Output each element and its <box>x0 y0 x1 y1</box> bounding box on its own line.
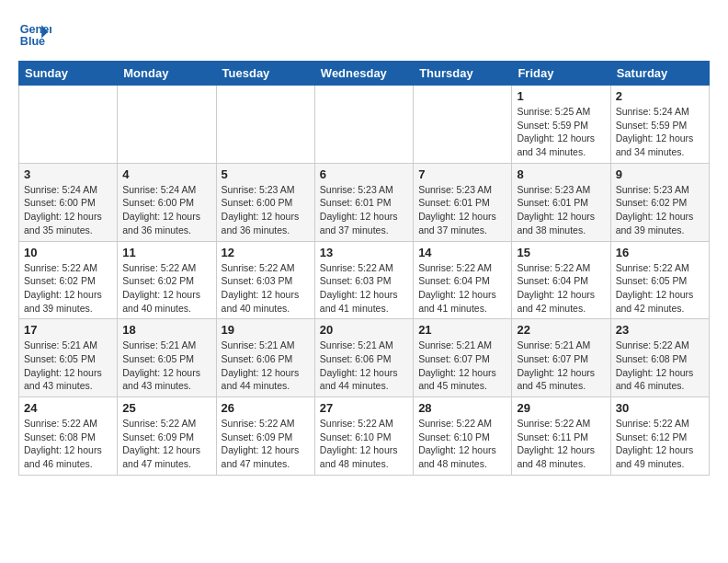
day-cell: 2Sunrise: 5:24 AM Sunset: 5:59 PM Daylig… <box>610 86 709 164</box>
day-info: Sunrise: 5:22 AM Sunset: 6:12 PM Dayligh… <box>616 417 704 471</box>
weekday-header-friday: Friday <box>512 62 610 86</box>
day-cell: 20Sunrise: 5:21 AM Sunset: 6:06 PM Dayli… <box>314 319 413 397</box>
day-cell: 18Sunrise: 5:21 AM Sunset: 6:05 PM Dayli… <box>118 319 216 397</box>
day-number: 29 <box>517 401 605 415</box>
day-info: Sunrise: 5:21 AM Sunset: 6:05 PM Dayligh… <box>24 339 112 393</box>
day-number: 8 <box>517 167 605 181</box>
day-cell: 7Sunrise: 5:23 AM Sunset: 6:01 PM Daylig… <box>414 163 512 241</box>
day-cell: 9Sunrise: 5:23 AM Sunset: 6:02 PM Daylig… <box>610 163 709 241</box>
day-info: Sunrise: 5:24 AM Sunset: 5:59 PM Dayligh… <box>616 105 704 159</box>
day-cell: 23Sunrise: 5:22 AM Sunset: 6:08 PM Dayli… <box>610 319 709 397</box>
day-info: Sunrise: 5:22 AM Sunset: 6:08 PM Dayligh… <box>24 417 112 471</box>
week-row-4: 17Sunrise: 5:21 AM Sunset: 6:05 PM Dayli… <box>19 319 710 397</box>
day-info: Sunrise: 5:22 AM Sunset: 6:02 PM Dayligh… <box>24 261 112 316</box>
day-number: 22 <box>517 323 605 337</box>
day-cell: 8Sunrise: 5:23 AM Sunset: 6:01 PM Daylig… <box>512 163 610 241</box>
day-info: Sunrise: 5:23 AM Sunset: 6:01 PM Dayligh… <box>418 183 506 237</box>
day-number: 1 <box>517 89 605 103</box>
day-info: Sunrise: 5:21 AM Sunset: 6:07 PM Dayligh… <box>517 339 605 393</box>
day-cell: 11Sunrise: 5:22 AM Sunset: 6:02 PM Dayli… <box>118 241 216 319</box>
week-row-2: 3Sunrise: 5:24 AM Sunset: 6:00 PM Daylig… <box>19 163 710 241</box>
day-cell: 3Sunrise: 5:24 AM Sunset: 6:00 PM Daylig… <box>19 163 118 241</box>
day-number: 28 <box>418 401 506 415</box>
day-info: Sunrise: 5:24 AM Sunset: 6:00 PM Dayligh… <box>24 183 112 237</box>
day-info: Sunrise: 5:22 AM Sunset: 6:02 PM Dayligh… <box>122 261 210 316</box>
day-cell: 13Sunrise: 5:22 AM Sunset: 6:03 PM Dayli… <box>314 241 413 319</box>
day-info: Sunrise: 5:22 AM Sunset: 6:09 PM Dayligh… <box>222 417 310 471</box>
weekday-header-row: SundayMondayTuesdayWednesdayThursdayFrid… <box>19 62 710 86</box>
header: General Blue <box>18 18 710 52</box>
day-number: 9 <box>616 167 704 181</box>
day-info: Sunrise: 5:23 AM Sunset: 6:02 PM Dayligh… <box>616 183 704 237</box>
day-number: 30 <box>616 401 704 415</box>
weekday-header-saturday: Saturday <box>610 62 709 86</box>
day-number: 23 <box>616 323 704 337</box>
day-info: Sunrise: 5:23 AM Sunset: 6:00 PM Dayligh… <box>222 183 310 237</box>
day-info: Sunrise: 5:22 AM Sunset: 6:09 PM Dayligh… <box>122 417 210 471</box>
day-info: Sunrise: 5:22 AM Sunset: 6:03 PM Dayligh… <box>222 261 310 316</box>
day-number: 2 <box>616 89 704 103</box>
day-number: 12 <box>222 246 310 259</box>
week-row-5: 24Sunrise: 5:22 AM Sunset: 6:08 PM Dayli… <box>19 397 710 476</box>
day-number: 11 <box>122 246 210 259</box>
day-info: Sunrise: 5:22 AM Sunset: 6:10 PM Dayligh… <box>418 417 506 471</box>
day-number: 10 <box>24 246 112 259</box>
day-number: 13 <box>320 246 408 259</box>
day-cell: 30Sunrise: 5:22 AM Sunset: 6:12 PM Dayli… <box>610 397 709 476</box>
day-number: 16 <box>616 246 704 259</box>
day-info: Sunrise: 5:22 AM Sunset: 6:04 PM Dayligh… <box>418 261 506 316</box>
day-number: 21 <box>418 323 506 337</box>
svg-text:Blue: Blue <box>20 35 45 48</box>
day-number: 18 <box>122 323 210 337</box>
day-cell <box>19 86 118 164</box>
day-cell <box>118 86 216 164</box>
day-info: Sunrise: 5:22 AM Sunset: 6:04 PM Dayligh… <box>517 261 605 316</box>
day-number: 17 <box>24 323 112 337</box>
day-number: 7 <box>418 167 506 181</box>
day-info: Sunrise: 5:25 AM Sunset: 5:59 PM Dayligh… <box>517 105 605 159</box>
day-info: Sunrise: 5:24 AM Sunset: 6:00 PM Dayligh… <box>122 183 210 237</box>
day-cell: 17Sunrise: 5:21 AM Sunset: 6:05 PM Dayli… <box>19 319 118 397</box>
day-cell: 10Sunrise: 5:22 AM Sunset: 6:02 PM Dayli… <box>19 241 118 319</box>
day-cell: 22Sunrise: 5:21 AM Sunset: 6:07 PM Dayli… <box>512 319 610 397</box>
day-cell: 4Sunrise: 5:24 AM Sunset: 6:00 PM Daylig… <box>118 163 216 241</box>
day-number: 14 <box>418 246 506 259</box>
day-number: 24 <box>24 401 112 415</box>
day-cell: 29Sunrise: 5:22 AM Sunset: 6:11 PM Dayli… <box>512 397 610 476</box>
weekday-header-thursday: Thursday <box>414 62 512 86</box>
weekday-header-sunday: Sunday <box>19 62 118 86</box>
day-info: Sunrise: 5:22 AM Sunset: 6:05 PM Dayligh… <box>616 261 704 316</box>
day-cell: 26Sunrise: 5:22 AM Sunset: 6:09 PM Dayli… <box>216 397 314 476</box>
week-row-1: 1Sunrise: 5:25 AM Sunset: 5:59 PM Daylig… <box>19 86 710 164</box>
day-number: 25 <box>122 401 210 415</box>
day-cell: 24Sunrise: 5:22 AM Sunset: 6:08 PM Dayli… <box>19 397 118 476</box>
day-cell: 16Sunrise: 5:22 AM Sunset: 6:05 PM Dayli… <box>610 241 709 319</box>
logo-icon: General Blue <box>18 18 51 52</box>
day-info: Sunrise: 5:23 AM Sunset: 6:01 PM Dayligh… <box>517 183 605 237</box>
day-cell: 12Sunrise: 5:22 AM Sunset: 6:03 PM Dayli… <box>216 241 314 319</box>
logo: General Blue <box>18 18 51 52</box>
day-info: Sunrise: 5:21 AM Sunset: 6:05 PM Dayligh… <box>122 339 210 393</box>
day-cell: 25Sunrise: 5:22 AM Sunset: 6:09 PM Dayli… <box>118 397 216 476</box>
day-number: 15 <box>517 246 605 259</box>
day-info: Sunrise: 5:22 AM Sunset: 6:11 PM Dayligh… <box>517 417 605 471</box>
weekday-header-wednesday: Wednesday <box>314 62 413 86</box>
day-number: 6 <box>320 167 408 181</box>
day-number: 19 <box>222 323 310 337</box>
day-cell: 6Sunrise: 5:23 AM Sunset: 6:01 PM Daylig… <box>314 163 413 241</box>
day-number: 3 <box>24 167 112 181</box>
day-cell <box>216 86 314 164</box>
day-number: 26 <box>222 401 310 415</box>
day-cell: 14Sunrise: 5:22 AM Sunset: 6:04 PM Dayli… <box>414 241 512 319</box>
day-info: Sunrise: 5:21 AM Sunset: 6:07 PM Dayligh… <box>418 339 506 393</box>
day-cell: 28Sunrise: 5:22 AM Sunset: 6:10 PM Dayli… <box>414 397 512 476</box>
day-number: 4 <box>122 167 210 181</box>
day-info: Sunrise: 5:22 AM Sunset: 6:08 PM Dayligh… <box>616 339 704 393</box>
day-cell <box>314 86 413 164</box>
day-cell: 1Sunrise: 5:25 AM Sunset: 5:59 PM Daylig… <box>512 86 610 164</box>
day-cell: 21Sunrise: 5:21 AM Sunset: 6:07 PM Dayli… <box>414 319 512 397</box>
week-row-3: 10Sunrise: 5:22 AM Sunset: 6:02 PM Dayli… <box>19 241 710 319</box>
day-info: Sunrise: 5:22 AM Sunset: 6:10 PM Dayligh… <box>320 417 408 471</box>
day-number: 27 <box>320 401 408 415</box>
day-number: 20 <box>320 323 408 337</box>
